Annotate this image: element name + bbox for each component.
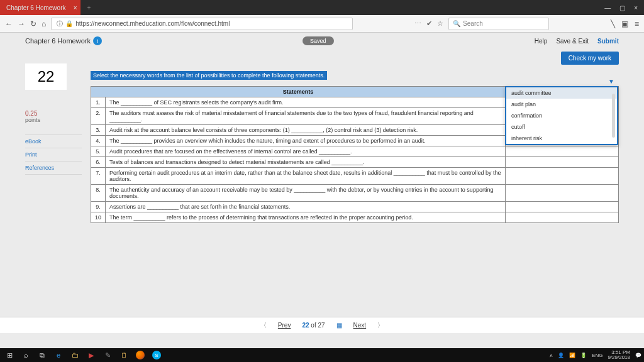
answer-cell[interactable] <box>506 168 619 185</box>
row-number: 5. <box>91 146 106 157</box>
statement-text: The __________ provides an overview whic… <box>106 136 506 146</box>
ebook-link[interactable]: eBook <box>25 134 82 148</box>
statement-text: Tests of balances and transactions desig… <box>106 157 506 168</box>
tray-up-icon[interactable]: ʌ <box>550 353 553 358</box>
minimize-icon[interactable]: — <box>604 4 611 11</box>
bookmark-icon[interactable]: ☆ <box>437 19 443 28</box>
answer-cell[interactable] <box>506 157 619 168</box>
notification-icon[interactable]: 💬 <box>635 353 641 358</box>
home-icon[interactable]: ⌂ <box>42 19 46 28</box>
task-view-icon[interactable]: ⧉ <box>35 349 49 361</box>
row-number: 3. <box>91 125 106 136</box>
app-icon[interactable]: ▶ <box>84 349 98 361</box>
grid-icon[interactable]: ▦ <box>336 322 342 329</box>
statement-text: The authenticity and accuracy of an acco… <box>106 185 506 202</box>
back-icon[interactable]: ← <box>5 19 13 28</box>
references-link[interactable]: References <box>25 161 82 175</box>
search-taskbar-icon[interactable]: ⌕ <box>19 349 33 361</box>
file-explorer-icon[interactable]: 🗀 <box>68 349 82 361</box>
row-number: 7. <box>91 168 106 185</box>
search-input[interactable]: 🔍 Search <box>448 18 549 30</box>
answer-cell[interactable] <box>506 212 619 223</box>
table-row: 6.Tests of balances and transactions des… <box>91 157 619 168</box>
saved-indicator: Saved <box>303 36 334 45</box>
save-exit-link[interactable]: Save & Exit <box>556 38 589 45</box>
dropdown-option[interactable]: audit plan <box>506 99 617 110</box>
search-placeholder: Search <box>463 20 483 27</box>
statement-text: Audit procedures that are focused on the… <box>106 146 506 157</box>
skype-icon[interactable]: S <box>150 349 164 361</box>
firefox-icon[interactable] <box>133 349 147 361</box>
pager-prev-icon[interactable]: 〈 <box>260 321 267 330</box>
table-row: 7.Performing certain audit procedures at… <box>91 168 619 185</box>
table-row: 8.The authenticity and accuracy of an ac… <box>91 185 619 202</box>
network-icon[interactable]: 📶 <box>569 353 575 358</box>
lock-icon: 🔒 <box>65 20 73 27</box>
browser-tab-active[interactable]: Chapter 6 Homework × <box>0 0 80 15</box>
app-icon-3[interactable]: 🗒 <box>117 349 131 361</box>
chevron-down-icon[interactable]: ▼ <box>608 78 614 85</box>
dropdown-option[interactable]: confirmation <box>506 110 617 121</box>
row-number: 6. <box>91 157 106 168</box>
dropdown-option[interactable]: audit committee <box>506 87 617 99</box>
search-icon: 🔍 <box>453 20 460 27</box>
row-number: 8. <box>91 185 106 202</box>
people-icon[interactable]: 👤 <box>558 353 564 358</box>
help-link[interactable]: Help <box>535 38 548 45</box>
maximize-icon[interactable]: ▢ <box>619 4 625 11</box>
browser-toolbar: ← → ↻ ⌂ ⓘ 🔒 https://newconnect.mheducati… <box>0 15 644 33</box>
reader-icon[interactable]: ✔ <box>426 19 432 28</box>
pager-next[interactable]: Next <box>353 322 367 329</box>
dropdown-option[interactable]: cutoff <box>506 121 617 133</box>
info-icon: ⓘ <box>57 19 63 28</box>
answer-cell[interactable] <box>506 146 619 157</box>
pager-current: 22 <box>302 322 309 329</box>
row-number: 2. <box>91 108 106 125</box>
table-row: 10The term __________ refers to the proc… <box>91 212 619 223</box>
close-window-icon[interactable]: × <box>634 4 638 11</box>
app-icon-2[interactable]: ✎ <box>101 349 114 361</box>
new-tab-button[interactable]: + <box>80 4 97 11</box>
menu-icon[interactable]: ≡ <box>635 19 639 28</box>
library-icon[interactable]: ╲ <box>611 19 615 28</box>
statement-text: The term __________ refers to the proces… <box>106 212 506 223</box>
sidebar-icon[interactable]: ▣ <box>621 19 628 28</box>
check-my-work-button[interactable]: Check my work <box>561 52 619 65</box>
answer-cell[interactable] <box>506 202 619 212</box>
statement-text: The auditors must assess the risk of mat… <box>106 108 506 125</box>
reload-icon[interactable]: ↻ <box>30 19 36 28</box>
info-badge-icon[interactable]: i <box>93 36 102 45</box>
pager-next-icon[interactable]: 〉 <box>377 321 384 330</box>
answer-dropdown-menu[interactable]: ▼ audit committeeaudit planconfirmationc… <box>505 86 618 145</box>
dropdown-option[interactable]: inherent risk <box>506 133 617 144</box>
system-clock[interactable]: 3:51 PM 9/29/2018 <box>608 350 630 360</box>
window-titlebar: Chapter 6 Homework × + — ▢ × <box>0 0 644 15</box>
battery-icon[interactable]: 🔋 <box>580 353 587 358</box>
assignment-header: Chapter 6 Homework i Saved Help Save & E… <box>0 33 644 49</box>
language-indicator[interactable]: ENG <box>592 353 602 358</box>
question-number: 22 <box>25 63 67 90</box>
print-link[interactable]: Print <box>25 148 82 161</box>
statement-text: The __________ of SEC registrants select… <box>106 97 506 108</box>
dropdown-scrollbar[interactable] <box>612 94 615 138</box>
edge-icon[interactable]: e <box>52 349 65 361</box>
forward-icon[interactable]: → <box>18 19 25 28</box>
answer-cell[interactable] <box>506 185 619 202</box>
statement-text: Audit risk at the account balance level … <box>106 125 506 136</box>
table-row: 9.Assertions are __________ that are set… <box>91 202 619 212</box>
question-pager: 〈 Prev 22 of 27 ▦ Next 〉 <box>0 317 644 333</box>
close-tab-icon[interactable]: × <box>74 4 77 11</box>
more-actions-icon[interactable]: ⋯ <box>414 19 421 28</box>
url-field[interactable]: ⓘ 🔒 https://newconnect.mheducation.com/f… <box>51 18 353 30</box>
page-content: Chapter 6 Homework i Saved Help Save & E… <box>0 33 644 348</box>
clock-date: 9/29/2018 <box>608 355 630 360</box>
pager-prev[interactable]: Prev <box>278 322 291 329</box>
page-title: Chapter 6 Homework <box>25 37 91 45</box>
submit-link[interactable]: Submit <box>597 38 619 45</box>
row-number: 9. <box>91 202 106 212</box>
row-number: 10 <box>91 212 106 223</box>
instruction-text: Select the necessary words from the list… <box>91 71 327 80</box>
start-button[interactable]: ⊞ <box>3 349 16 361</box>
row-number: 1. <box>91 97 106 108</box>
statement-text: Performing certain audit procedures at a… <box>106 168 506 185</box>
